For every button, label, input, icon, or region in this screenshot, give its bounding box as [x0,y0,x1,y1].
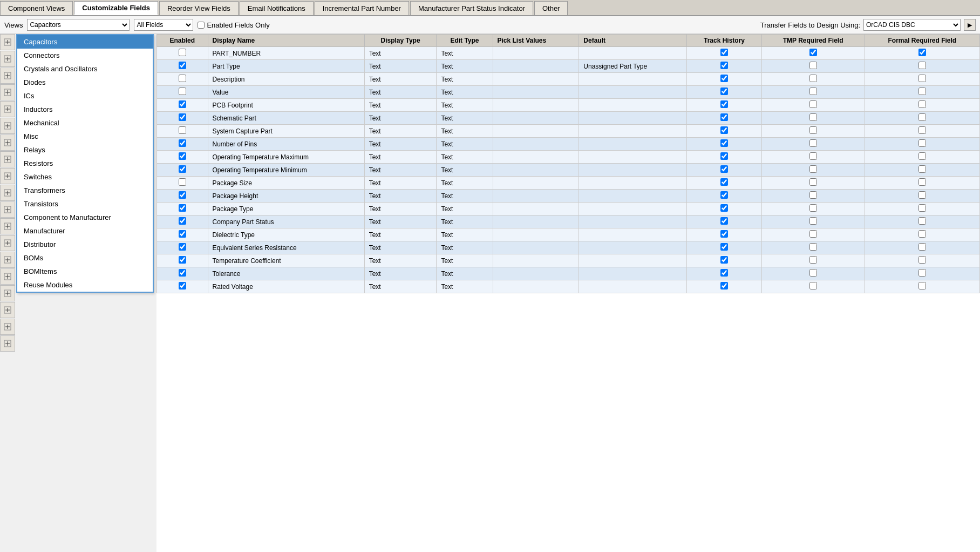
dropdown-item-switches[interactable]: Switches [17,170,153,184]
tab-incremental-part-number[interactable]: Incremental Part Number [315,1,409,15]
cell-track-history-4[interactable] [687,99,761,112]
dropdown-item-reuse-modules[interactable]: Reuse Modules [17,278,153,292]
dropdown-item-connectors[interactable]: Connectors [17,49,153,62]
dropdown-item-transformers[interactable]: Transformers [17,184,153,197]
transfer-select[interactable]: OrCAD CIS DBC [863,19,961,31]
cell-track-history-6[interactable] [687,125,761,138]
cell-track-history-3[interactable] [687,86,761,99]
cell-enabled-12[interactable] [157,203,208,216]
cell-track-history-11[interactable] [687,190,761,203]
cell-tmp-required-6[interactable] [761,125,865,138]
cell-tmp-required-12[interactable] [761,203,865,216]
cell-formal-required-1[interactable] [865,60,979,73]
cell-enabled-7[interactable] [157,138,208,151]
cell-enabled-17[interactable] [157,267,208,280]
cell-enabled-3[interactable] [157,86,208,99]
cell-enabled-5[interactable] [157,112,208,125]
cell-track-history-1[interactable] [687,60,761,73]
enabled-fields-checkbox[interactable] [198,22,205,29]
edit-icon-btn-11[interactable] [0,218,15,234]
cell-formal-required-2[interactable] [865,73,979,86]
edit-icon-btn-15[interactable] [0,285,15,301]
enabled-fields-label[interactable]: Enabled Fields Only [198,21,269,29]
cell-track-history-16[interactable] [687,254,761,267]
tab-reorder-view-fields[interactable]: Reorder View Fields [159,1,239,15]
dropdown-item-resistors[interactable]: Resistors [17,157,153,170]
cell-formal-required-8[interactable] [865,151,979,164]
cell-tmp-required-2[interactable] [761,73,865,86]
cell-formal-required-17[interactable] [865,267,979,280]
dropdown-item-boms[interactable]: BOMs [17,251,153,265]
cell-formal-required-7[interactable] [865,138,979,151]
dropdown-item-capacitors[interactable]: Capacitors [17,35,153,49]
cell-formal-required-16[interactable] [865,254,979,267]
edit-icon-btn-8[interactable] [0,168,15,184]
cell-enabled-8[interactable] [157,151,208,164]
tab-manufacturer-part-status[interactable]: Manufacturer Part Status Indicator [410,1,533,15]
edit-icon-btn-12[interactable] [0,235,15,251]
cell-tmp-required-16[interactable] [761,254,865,267]
cell-formal-required-6[interactable] [865,125,979,138]
cell-tmp-required-8[interactable] [761,151,865,164]
dropdown-item-misc[interactable]: Misc [17,130,153,143]
edit-icon-btn-17[interactable] [0,319,15,335]
cell-tmp-required-17[interactable] [761,267,865,280]
cell-track-history-2[interactable] [687,73,761,86]
views-select[interactable]: Capacitors [27,19,130,31]
dropdown-item-diodes[interactable]: Diodes [17,76,153,89]
cell-track-history-14[interactable] [687,228,761,241]
cell-track-history-17[interactable] [687,267,761,280]
cell-track-history-8[interactable] [687,151,761,164]
dropdown-item-transistors[interactable]: Transistors [17,197,153,211]
cell-formal-required-10[interactable] [865,177,979,190]
cell-enabled-18[interactable] [157,280,208,293]
cell-enabled-6[interactable] [157,125,208,138]
cell-track-history-13[interactable] [687,216,761,228]
cell-formal-required-5[interactable] [865,112,979,125]
cell-track-history-10[interactable] [687,177,761,190]
cell-tmp-required-11[interactable] [761,190,865,203]
cell-enabled-10[interactable] [157,177,208,190]
cell-formal-required-11[interactable] [865,190,979,203]
cell-track-history-9[interactable] [687,164,761,177]
dropdown-item-crystals[interactable]: Crystals and Oscillators [17,62,153,76]
dropdown-item-relays[interactable]: Relays [17,143,153,157]
fields-select[interactable]: All Fields [134,19,193,31]
tab-component-views[interactable]: Component Views [0,1,73,15]
cell-tmp-required-1[interactable] [761,60,865,73]
dropdown-item-inductors[interactable]: Inductors [17,103,153,116]
cell-formal-required-4[interactable] [865,99,979,112]
edit-icon-btn-3[interactable] [0,84,15,100]
cell-track-history-7[interactable] [687,138,761,151]
cell-track-history-5[interactable] [687,112,761,125]
edit-icon-btn-10[interactable] [0,201,15,218]
dropdown-item-bomitems[interactable]: BOMItems [17,265,153,278]
cell-enabled-0[interactable] [157,47,208,60]
cell-formal-required-3[interactable] [865,86,979,99]
cell-track-history-15[interactable] [687,241,761,254]
edit-icon-btn-7[interactable] [0,151,15,167]
cell-formal-required-18[interactable] [865,280,979,293]
cell-enabled-11[interactable] [157,190,208,203]
edit-icon-btn-9[interactable] [0,185,15,201]
edit-icon-btn-6[interactable] [0,134,15,151]
cell-tmp-required-7[interactable] [761,138,865,151]
cell-tmp-required-9[interactable] [761,164,865,177]
cell-enabled-1[interactable] [157,60,208,73]
cell-formal-required-13[interactable] [865,216,979,228]
edit-icon-btn-4[interactable] [0,101,15,117]
cell-tmp-required-10[interactable] [761,177,865,190]
cell-enabled-16[interactable] [157,254,208,267]
cell-formal-required-0[interactable] [865,47,979,60]
cell-enabled-15[interactable] [157,241,208,254]
edit-icon-btn-18[interactable] [0,335,15,352]
cell-tmp-required-14[interactable] [761,228,865,241]
cell-enabled-9[interactable] [157,164,208,177]
edit-icon-btn-16[interactable] [0,302,15,318]
dropdown-item-mechanical[interactable]: Mechanical [17,116,153,130]
edit-icon-btn-1[interactable] [0,51,15,67]
edit-icon-btn-2[interactable] [0,68,15,84]
transfer-action-button[interactable]: ▶ [964,19,976,31]
cell-formal-required-15[interactable] [865,241,979,254]
edit-icon-btn-5[interactable] [0,118,15,134]
